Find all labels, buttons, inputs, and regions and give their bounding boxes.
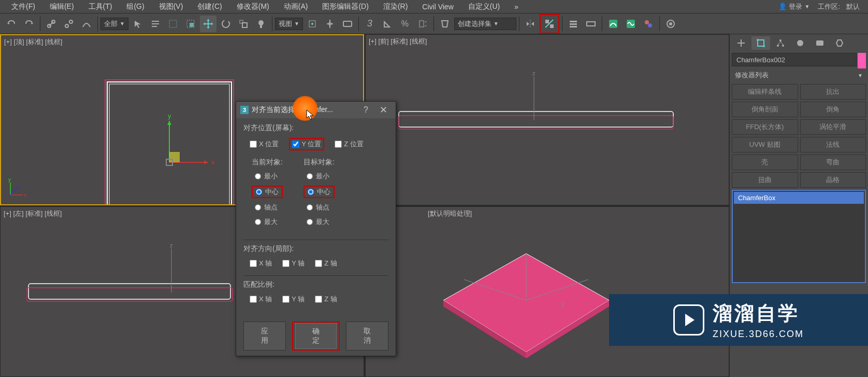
mod-turbosmooth[interactable]: 涡轮平滑 (800, 119, 866, 135)
login-button[interactable]: 👤 登录 ▼ (774, 1, 814, 12)
redo-button[interactable] (21, 16, 37, 32)
menu-render[interactable]: 渲染(R) (376, 1, 415, 12)
mod-shell[interactable]: 壳 (732, 155, 798, 170)
curve-editor-button[interactable] (605, 16, 621, 32)
select-region-rect-button[interactable] (165, 16, 181, 32)
mod-ffd-box[interactable]: FFD(长方体) (732, 119, 798, 135)
z-position-checkbox[interactable]: Z 位置 (335, 138, 364, 150)
target-center-radio[interactable]: 中心 (303, 186, 335, 198)
axis-gizmo[interactable]: x y (156, 113, 219, 175)
menu-tools[interactable]: 工具(T) (81, 1, 120, 12)
mod-normal[interactable]: 法线 (800, 137, 866, 152)
menu-civil[interactable]: Civil View (415, 2, 460, 12)
modifier-stack[interactable]: ChamferBox (732, 190, 866, 283)
menu-view[interactable]: 视图(V) (152, 1, 191, 12)
workspace-value: 默认 (842, 1, 864, 12)
menu-create[interactable]: 创建(C) (190, 1, 229, 12)
select-rotate-button[interactable] (218, 16, 234, 32)
object-color-swatch[interactable] (858, 53, 866, 68)
target-pivot-radio[interactable]: 轴点 (303, 202, 335, 213)
dialog-titlebar[interactable]: 3 对齐当前选择 (Chamfer... ? ✕ (236, 102, 396, 118)
menu-edit[interactable]: 编辑(E) (42, 1, 81, 12)
layer-explorer-button[interactable] (565, 16, 582, 32)
dialog-help-button[interactable]: ? (359, 105, 372, 115)
menu-more[interactable]: » (507, 2, 526, 12)
snap-toggle-3[interactable]: 3 (361, 16, 378, 32)
modifier-list-dropdown[interactable]: 修改器列表 ▼ (732, 68, 866, 82)
keyboard-shortcut-button[interactable] (339, 16, 356, 32)
create-tab[interactable] (732, 36, 750, 50)
current-min-radio[interactable]: 最小 (252, 171, 283, 181)
toggle-ribbon-button[interactable] (583, 16, 599, 32)
modify-tab[interactable] (751, 36, 770, 50)
menu-file[interactable]: 文件(F) (4, 1, 42, 12)
display-tab[interactable] (811, 36, 829, 50)
mod-edit-spline[interactable]: 编辑样条线 (732, 84, 798, 100)
z-axis-checkbox[interactable]: Z 轴 (315, 259, 337, 268)
mod-extrude[interactable]: 抗出 (800, 84, 866, 100)
select-place-button[interactable] (253, 16, 269, 32)
mod-bevel-profile[interactable]: 倒角剖面 (732, 102, 798, 117)
motion-tab[interactable] (791, 36, 809, 50)
mod-uvw-map[interactable]: UVW 贴图 (732, 137, 798, 152)
bind-button[interactable] (78, 16, 95, 32)
y-position-label: Y 位置 (301, 139, 321, 149)
mirror-button[interactable] (522, 16, 539, 32)
workspace-selector[interactable]: 工作区: 默认 (818, 1, 864, 12)
current-center-radio[interactable]: 中心 (252, 186, 283, 198)
object-name-field[interactable]: ChamferBox002 (732, 53, 857, 66)
select-scale-button[interactable] (235, 16, 252, 32)
edit-named-sel-button[interactable] (437, 16, 453, 32)
schematic-view-button[interactable] (623, 16, 639, 32)
named-sel-sets[interactable]: 创建选择集 ▼ (454, 18, 516, 30)
select-move-button[interactable] (200, 16, 216, 32)
percent-snap-button[interactable]: % (397, 16, 413, 32)
x-position-checkbox[interactable]: X 位置 (250, 138, 279, 150)
menu-group[interactable]: 组(G) (119, 1, 151, 12)
select-object-button[interactable] (129, 16, 146, 32)
hierarchy-tab[interactable] (771, 36, 790, 50)
current-max-radio[interactable]: 最大 (252, 217, 283, 227)
cancel-button[interactable]: 取消 (346, 322, 388, 351)
mod-lattice[interactable]: 晶格 (800, 172, 866, 188)
scale-x-checkbox[interactable]: X 轴 (250, 295, 272, 304)
menu-modifiers[interactable]: 修改器(M) (229, 1, 277, 12)
link-button[interactable] (43, 16, 60, 32)
unlink-button[interactable] (61, 16, 77, 32)
select-name-button[interactable] (147, 16, 164, 32)
selection-filter[interactable]: 全部 ▼ (100, 18, 128, 30)
svg-point-10 (222, 20, 229, 27)
y-position-checkbox[interactable]: Y 位置 (289, 138, 324, 150)
viewport-front-label: [+] [前] [标准] [线框] (369, 37, 427, 46)
angle-snap-button[interactable] (379, 16, 396, 32)
viewport-front[interactable]: [+] [前] [标准] [线框] z (365, 34, 729, 205)
scale-z-checkbox[interactable]: Z 轴 (315, 295, 337, 304)
spinner-snap-button[interactable] (414, 16, 431, 32)
ref-coord-system[interactable]: 视图 ▼ (275, 18, 303, 30)
mod-bend[interactable]: 弯曲 (800, 155, 866, 170)
stack-item-chamferbox[interactable]: ChamferBox (734, 192, 864, 204)
utilities-tab[interactable] (830, 36, 849, 50)
current-pivot-radio[interactable]: 轴点 (252, 202, 283, 213)
menu-customize[interactable]: 自定义(U) (461, 1, 507, 12)
align-button[interactable] (541, 16, 558, 32)
dialog-close-button[interactable]: ✕ (375, 104, 392, 116)
window-crossing-button[interactable] (182, 16, 199, 32)
apply-button[interactable]: 应用 (243, 322, 286, 351)
render-setup-button[interactable] (662, 16, 679, 32)
viewport-perspective[interactable]: [默认明暗处理] x y (365, 206, 729, 378)
undo-button[interactable] (3, 16, 20, 32)
target-min-radio[interactable]: 最小 (303, 171, 335, 181)
mod-twist[interactable]: 扭曲 (732, 172, 798, 188)
menu-animation[interactable]: 动画(A) (277, 1, 315, 12)
menu-graph[interactable]: 图形编辑器(D) (315, 1, 375, 12)
mod-bevel[interactable]: 倒角 (800, 102, 866, 117)
material-editor-button[interactable] (640, 16, 657, 32)
use-pivot-center-button[interactable] (304, 16, 321, 32)
x-axis-checkbox[interactable]: X 轴 (250, 259, 272, 268)
scale-y-checkbox[interactable]: Y 轴 (282, 295, 305, 304)
ok-button[interactable]: 确定 (295, 323, 337, 349)
y-axis-checkbox[interactable]: Y 轴 (282, 259, 305, 268)
select-manipulate-button[interactable] (322, 16, 338, 32)
target-max-radio[interactable]: 最大 (303, 217, 335, 227)
